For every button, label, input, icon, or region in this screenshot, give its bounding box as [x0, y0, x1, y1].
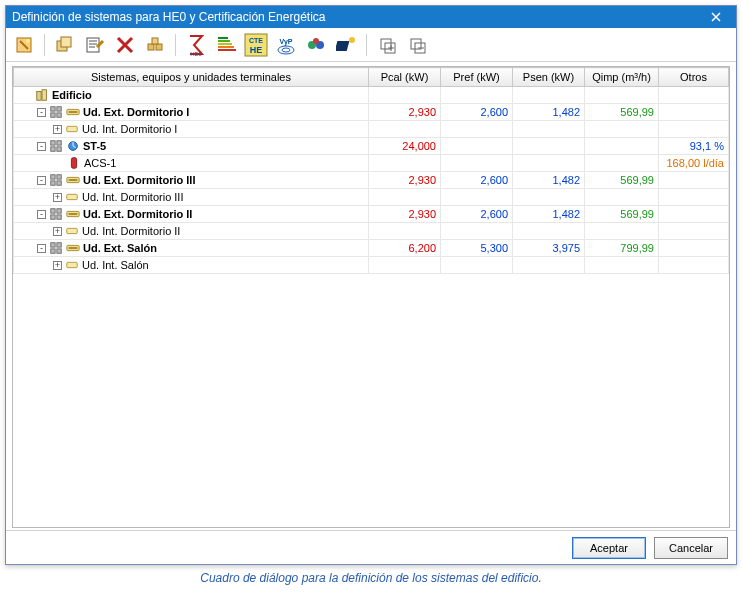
svg-rect-45 [57, 175, 61, 179]
solar-button[interactable] [332, 31, 360, 59]
tree-toggle[interactable]: + [53, 227, 62, 236]
col-tree[interactable]: Sistemas, equipos y unidades terminales [14, 68, 369, 87]
svg-rect-6 [156, 44, 162, 50]
system-grid-icon [49, 105, 63, 119]
system-grid-icon [49, 139, 63, 153]
figure-caption: Cuadro de diálogo para la definición de … [5, 571, 737, 585]
table-row[interactable]: +Ud. Int. Salón [14, 257, 731, 274]
toolbar: HE0 CTEHE VyP [6, 28, 736, 62]
svg-rect-3 [61, 37, 71, 47]
svg-rect-61 [57, 249, 61, 253]
tree-toggle[interactable]: - [37, 176, 46, 185]
energy-label-button[interactable] [212, 31, 240, 59]
row-label: ST-5 [83, 140, 106, 152]
svg-rect-34 [57, 113, 61, 117]
svg-rect-38 [51, 141, 55, 145]
he0-sum-button[interactable]: HE0 [182, 31, 210, 59]
svg-rect-49 [69, 179, 78, 181]
sub-icon [65, 122, 79, 136]
tree-toggle[interactable]: - [37, 142, 46, 151]
svg-rect-43 [71, 158, 76, 169]
row-label: ACS-1 [84, 157, 116, 169]
col-pref[interactable]: Pref (kW) [441, 68, 513, 87]
building-icon [35, 88, 49, 102]
edit-button[interactable] [81, 31, 109, 59]
col-pcal[interactable]: Pcal (kW) [369, 68, 441, 87]
svg-rect-11 [218, 43, 232, 45]
svg-rect-23 [336, 41, 349, 51]
col-psen[interactable]: Psen (kW) [513, 68, 585, 87]
table-row[interactable]: +Ud. Int. Dormitorio III [14, 189, 731, 206]
titlebar: Definición de sistemas para HE0 y Certif… [6, 6, 736, 28]
unit-icon [66, 241, 80, 255]
close-button[interactable] [702, 8, 730, 26]
delete-button[interactable] [111, 31, 139, 59]
row-label: Ud. Ext. Dormitorio I [83, 106, 189, 118]
st-icon [66, 139, 80, 153]
table-row[interactable]: +Ud. Int. Dormitorio II [14, 223, 731, 240]
accept-button[interactable]: Aceptar [572, 537, 646, 559]
collapse-button[interactable] [403, 31, 431, 59]
wizard-button[interactable] [10, 31, 38, 59]
svg-rect-51 [51, 209, 55, 213]
cte-he-button[interactable]: CTEHE [242, 31, 270, 59]
table-row[interactable]: -Ud. Ext. Dormitorio II2,9302,6001,48256… [14, 206, 731, 223]
svg-rect-46 [51, 181, 55, 185]
svg-rect-9 [218, 37, 228, 39]
svg-rect-37 [67, 126, 78, 131]
table-row[interactable]: -Ud. Ext. Dormitorio I2,9302,6001,482569… [14, 104, 731, 121]
svg-rect-29 [37, 92, 41, 101]
svg-rect-39 [57, 141, 61, 145]
vyp-button[interactable]: VyP [272, 31, 300, 59]
table-row[interactable]: -Ud. Ext. Salón6,2005,3003,975799,99 [14, 240, 731, 257]
toolbar-separator [44, 34, 45, 56]
materials-button[interactable] [302, 31, 330, 59]
add-system-button[interactable] [51, 31, 79, 59]
row-label: Ud. Ext. Salón [83, 242, 157, 254]
table-row[interactable]: -ST-524,00093,1 % [14, 138, 731, 155]
systems-grid[interactable]: Sistemas, equipos y unidades terminales … [12, 66, 730, 528]
sub-icon [65, 190, 79, 204]
dialog-window: Definición de sistemas para HE0 y Certif… [5, 5, 737, 565]
tree-toggle[interactable]: - [37, 108, 46, 117]
col-qimp[interactable]: Qimp (m³/h) [585, 68, 659, 87]
row-label: Ud. Int. Dormitorio III [82, 191, 183, 203]
sub-icon [65, 258, 79, 272]
svg-rect-47 [57, 181, 61, 185]
table-row[interactable]: Edificio [14, 87, 731, 104]
table-row[interactable]: ACS-1168,00 l/día [14, 155, 731, 172]
svg-rect-36 [69, 111, 78, 113]
tree-toggle[interactable]: - [37, 244, 46, 253]
dialog-footer: Aceptar Cancelar [6, 530, 736, 564]
expand-button[interactable] [373, 31, 401, 59]
system-grid-icon [49, 173, 63, 187]
system-grid-icon [49, 241, 63, 255]
tree-toggle[interactable]: + [53, 125, 62, 134]
svg-rect-63 [69, 247, 78, 249]
svg-rect-53 [51, 215, 55, 219]
svg-text:HE0: HE0 [190, 51, 202, 57]
unit-icon [66, 105, 80, 119]
svg-rect-59 [57, 243, 61, 247]
svg-rect-32 [57, 107, 61, 111]
content-area: Sistemas, equipos y unidades terminales … [6, 62, 736, 530]
tree-toggle[interactable]: + [53, 261, 62, 270]
tree-toggle[interactable]: + [53, 193, 62, 202]
table-row[interactable]: -Ud. Ext. Dormitorio III2,9302,6001,4825… [14, 172, 731, 189]
svg-rect-31 [51, 107, 55, 111]
svg-text:VyP: VyP [280, 38, 293, 46]
svg-rect-44 [51, 175, 55, 179]
svg-rect-57 [67, 228, 78, 233]
cubes-button[interactable] [141, 31, 169, 59]
table-row[interactable]: +Ud. Int. Dormitorio I [14, 121, 731, 138]
system-grid-icon [49, 207, 63, 221]
col-otros[interactable]: Otros [659, 68, 729, 87]
svg-rect-54 [57, 215, 61, 219]
row-label: Edificio [52, 89, 92, 101]
svg-rect-56 [69, 213, 78, 215]
svg-rect-7 [152, 38, 158, 44]
col-spacer [729, 68, 731, 87]
cancel-button[interactable]: Cancelar [654, 537, 728, 559]
row-label: Ud. Int. Dormitorio I [82, 123, 177, 135]
tree-toggle[interactable]: - [37, 210, 46, 219]
